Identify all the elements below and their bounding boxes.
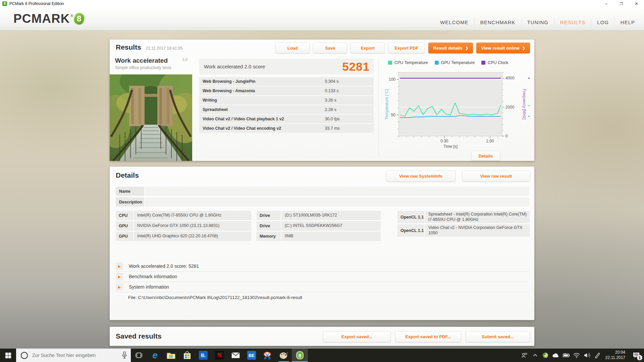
metrics-table: Web Browsing - JunglePin 0.304 s Web Bro… [199, 77, 374, 133]
result-details-button[interactable]: Result details ❯ [428, 43, 473, 53]
logo-text: PCMARK [13, 12, 70, 26]
restore-button[interactable]: ❐ [614, 0, 629, 7]
nav-log[interactable]: LOG [591, 18, 614, 26]
metric-value: 0.133 s [325, 88, 338, 93]
cpu-clock-swatch [481, 61, 485, 65]
section-system-info[interactable]: ▶ System information [116, 282, 528, 292]
section-label: System information [129, 284, 169, 290]
pcmark-taskbar-button[interactable]: 8 [292, 349, 308, 362]
wifi-icon[interactable] [572, 349, 582, 362]
clock-time: 20:04 [605, 350, 625, 355]
search-input[interactable] [32, 352, 113, 358]
expand-arrow-icon: ▶ [116, 283, 123, 291]
edge-browser-button[interactable]: e [147, 349, 163, 362]
view-raw-systeminfo-button[interactable]: View raw SystemInfo [386, 171, 455, 182]
metric-label: Video Chat v2 / Video Chat encoding v2 [203, 126, 281, 131]
svg-text:0:30: 0:30 [440, 139, 448, 143]
section-label: Benchmark information [129, 274, 177, 279]
submit-saved-button[interactable]: Submit saved... [466, 331, 530, 342]
taskbar-clock[interactable]: 20:04 22.11.2017 [605, 350, 625, 360]
spec-row: OpenCL 1.1 Spreadsheet - Intel(R) Corpor… [397, 211, 530, 223]
paint-palette-icon [279, 351, 288, 359]
volume-icon[interactable] [582, 349, 592, 362]
legend-cpu-temperature[interactable]: CPU Temperature [388, 60, 428, 65]
chevron-right-icon: ❯ [465, 46, 468, 50]
close-button[interactable]: ✕ [629, 0, 644, 7]
load-button[interactable]: Load [275, 43, 310, 53]
netflix-button[interactable]: N [211, 349, 227, 362]
nav-help[interactable]: HELP [614, 18, 641, 26]
legend-cpu-clock[interactable]: CPU Clock [481, 60, 508, 65]
expandable-sections: ▶ Work accelerated 2.0 score: 5281 ▶ Ben… [116, 261, 528, 292]
nav-welcome[interactable]: WELCOME [434, 18, 474, 26]
file-explorer-button[interactable] [163, 349, 179, 362]
edge-icon: e [152, 350, 157, 361]
legend-gpu-temperature[interactable]: GPU Temperature [435, 60, 475, 65]
section-benchmark-info[interactable]: ▶ Benchmark information [116, 272, 528, 282]
nav-results[interactable]: RESULTS [554, 18, 591, 26]
metric-label: Spreadsheet [203, 107, 228, 112]
view-online-label: View result online [481, 46, 520, 51]
save-button[interactable]: Save [313, 43, 347, 53]
name-value[interactable] [145, 187, 529, 196]
pcmark-logo: PCMARK ® 8 [13, 12, 85, 26]
folder-icon [167, 352, 175, 359]
pen-icon[interactable] [592, 349, 603, 362]
antivirus-icon[interactable] [540, 349, 551, 362]
spec-label: Drive [257, 221, 281, 231]
microphone-icon[interactable] [122, 352, 127, 359]
score-label: Work accelerated 2.0 score [204, 64, 265, 69]
spec-label: OpenCL 1.1 [397, 211, 424, 223]
onedrive-icon[interactable] [551, 349, 561, 362]
pen-glyph [594, 352, 600, 358]
registered-mark: ® [70, 14, 73, 18]
tray-expand-chevron[interactable] [530, 349, 540, 362]
saved-results-panel: Saved results Export saved... Export sav… [110, 327, 534, 346]
nav-benchmark[interactable]: BENCHMARK [474, 18, 521, 26]
metric-value: 2.28 s [325, 107, 336, 112]
test-name: Work accelerated [115, 57, 168, 64]
people-icon[interactable] [520, 349, 530, 362]
export-saved-pdf-button[interactable]: Export saved to PDF... [395, 331, 461, 342]
export-pdf-button[interactable]: Export PDF [388, 43, 425, 53]
minimize-button[interactable]: – [599, 0, 614, 7]
battery-icon[interactable] [561, 349, 572, 362]
screen: 8 PCMark 8 Professional Edition – ❐ ✕ PC… [0, 0, 644, 362]
pcmark-leaf-icon: 8 [296, 351, 304, 360]
legend-label: CPU Clock [488, 60, 508, 65]
task-view-button[interactable] [131, 349, 147, 362]
metric-value: 30.0 fps [325, 117, 339, 121]
paint-app-button[interactable] [276, 349, 292, 362]
metric-label: Video Chat v2 / Video Chat playback 1 v2 [203, 117, 284, 121]
snipping-tool-button[interactable] [260, 349, 276, 362]
spec-value: NVIDIA GeForce GTX 1050 (23.21.13.8831) [134, 221, 251, 231]
description-value[interactable] [145, 197, 529, 206]
name-label: Name [116, 187, 144, 196]
details-title: Details [116, 171, 139, 179]
be-app-button[interactable]: BE [244, 349, 260, 362]
mail-button[interactable] [227, 349, 244, 362]
netflix-icon: N [215, 351, 224, 360]
wifi-glyph [573, 353, 580, 358]
shield-check-glyph [542, 352, 548, 358]
taskbar-search[interactable] [16, 349, 131, 362]
b-app-button[interactable]: B. [195, 349, 211, 362]
nav-tuning[interactable]: TUNING [521, 18, 554, 26]
chart-details-button[interactable]: Details [471, 151, 500, 161]
section-score[interactable]: ▶ Work accelerated 2.0 score: 5281 [116, 261, 528, 272]
spec-label: CPU [116, 211, 133, 220]
view-raw-result-button[interactable]: View raw result [462, 171, 530, 182]
task-view-icon [136, 352, 142, 358]
battery-glyph [563, 353, 570, 357]
spec-label: GPU [116, 232, 133, 241]
export-saved-button[interactable]: Export saved... [323, 331, 391, 342]
name-field-row: Name [116, 187, 529, 196]
action-center-button[interactable]: 1 [629, 349, 644, 362]
microsoft-store-button[interactable] [179, 349, 195, 362]
start-button[interactable] [0, 349, 16, 362]
view-result-online-button[interactable]: View result online ❯ [476, 43, 530, 53]
saved-results-title: Saved results [116, 332, 162, 340]
metric-row: Web Browsing - Amazonia 0.133 s [199, 86, 374, 95]
export-button[interactable]: Export [351, 43, 385, 53]
metric-row: Spreadsheet 2.28 s [199, 105, 374, 114]
